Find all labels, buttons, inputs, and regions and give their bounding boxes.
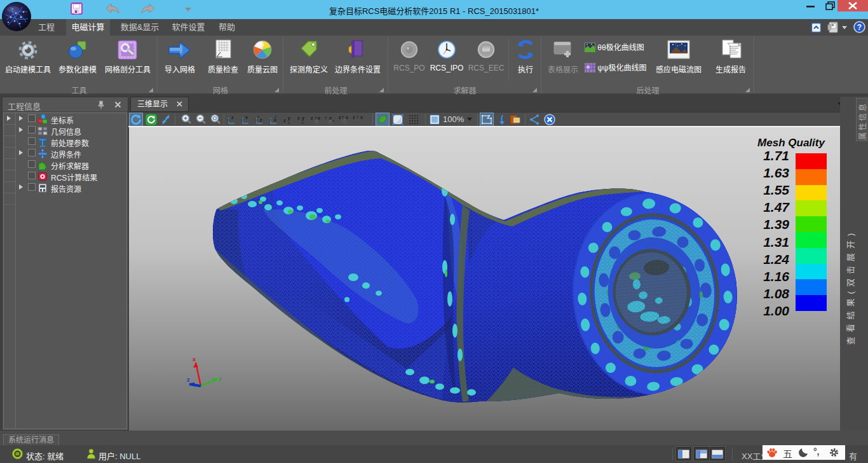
svg-text:x: x (318, 116, 320, 120)
svg-text:y: y (288, 116, 290, 121)
svg-text:y: y (356, 114, 358, 118)
svg-text:z: z (311, 116, 313, 120)
svg-text:y: y (219, 375, 222, 382)
svg-text:y: y (315, 115, 317, 119)
svg-text:z: z (332, 119, 334, 123)
svg-text:z: z (260, 118, 262, 122)
svg-text:x: x (360, 115, 363, 120)
svg-text:y: y (325, 115, 327, 119)
svg-text:y: y (275, 114, 276, 118)
svg-text:y: y (257, 114, 259, 118)
svg-text:z: z (283, 118, 286, 123)
svg-text:x: x (274, 118, 276, 122)
svg-text:y: y (342, 114, 344, 118)
svg-text:z: z (297, 116, 300, 120)
svg-text:z: z (187, 377, 190, 383)
svg-text:z: z (353, 115, 355, 120)
svg-text:y: y (302, 116, 304, 121)
svg-text:x: x (346, 115, 348, 120)
svg-text:x: x (329, 116, 332, 120)
svg-text:?: ? (857, 23, 862, 32)
svg-text:z: z (339, 115, 341, 120)
svg-text:x: x (193, 356, 196, 363)
svg-text:x: x (288, 121, 290, 125)
svg-text:x: x (302, 121, 304, 125)
svg-text:x: x (245, 115, 248, 120)
svg-text:z: z (231, 115, 234, 120)
